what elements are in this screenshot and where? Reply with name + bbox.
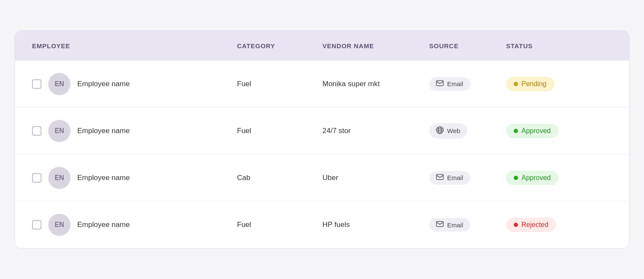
vendor-name-cell: Uber [322, 174, 429, 182]
source-label: Email [447, 221, 463, 229]
status-label: Rejected [521, 221, 548, 229]
source-cell: Email [429, 171, 506, 185]
status-dot [514, 82, 518, 86]
status-badge: Rejected [506, 218, 556, 232]
table-row: EN Employee name Fuel Monika super mkt E… [15, 61, 629, 108]
status-cell: Approved [506, 124, 591, 138]
col-employee: EMPLOYEE [32, 42, 237, 49]
row-checkbox[interactable] [32, 79, 41, 89]
status-dot [514, 176, 518, 180]
status-label: Approved [521, 174, 551, 182]
source-cell: Web [429, 123, 506, 139]
avatar: EN [48, 120, 70, 142]
table-row: EN Employee name Fuel 24/7 stor Web Appr… [15, 108, 629, 154]
status-label: Pending [521, 80, 547, 88]
row-checkbox[interactable] [32, 173, 41, 183]
source-badge: Email [429, 171, 470, 185]
source-cell: Email [429, 218, 506, 232]
source-badge: Web [429, 123, 467, 139]
svg-rect-6 [436, 174, 443, 180]
avatar: EN [48, 73, 70, 95]
status-badge: Approved [506, 171, 559, 185]
email-icon [436, 80, 444, 88]
col-status: STATUS [506, 42, 591, 49]
vendor-name-cell: HP fuels [322, 221, 429, 229]
employee-cell: EN Employee name [32, 167, 237, 189]
source-badge: Email [429, 218, 470, 232]
employee-cell: EN Employee name [32, 214, 237, 236]
table-row: EN Employee name Fuel HP fuels Email Rej… [15, 201, 629, 248]
source-label: Email [447, 174, 463, 181]
employee-cell: EN Employee name [32, 73, 237, 95]
status-badge: Pending [506, 77, 554, 91]
source-badge: Email [429, 77, 470, 91]
status-label: Approved [521, 127, 551, 135]
status-cell: Pending [506, 77, 591, 91]
source-cell: Email [429, 77, 506, 91]
avatar: EN [48, 167, 70, 189]
avatar: EN [48, 214, 70, 236]
row-checkbox[interactable] [32, 126, 41, 136]
source-label: Web [447, 127, 460, 134]
vendor-name-cell: Monika super mkt [322, 80, 429, 88]
employee-name: Employee name [77, 80, 130, 88]
employee-name: Employee name [77, 174, 130, 182]
email-icon [436, 174, 444, 182]
employee-name: Employee name [77, 221, 130, 229]
status-cell: Rejected [506, 218, 591, 232]
col-vendor: VENDOR NAME [322, 42, 429, 49]
status-dot [514, 223, 518, 227]
category-cell: Fuel [237, 80, 322, 88]
employee-cell: EN Employee name [32, 120, 237, 142]
vendor-name-cell: 24/7 stor [322, 127, 429, 135]
status-dot [514, 129, 518, 133]
category-cell: Cab [237, 174, 322, 182]
email-icon [436, 221, 444, 229]
category-cell: Fuel [237, 127, 322, 135]
status-badge: Approved [506, 124, 559, 138]
svg-rect-7 [436, 221, 443, 227]
col-category: CATEGORY [237, 42, 322, 49]
col-source: SOURCE [429, 42, 506, 49]
source-label: Email [447, 80, 463, 87]
web-icon [436, 126, 444, 136]
table-row: EN Employee name Cab Uber Email Approved [15, 154, 629, 201]
svg-rect-0 [436, 81, 443, 86]
employee-name: Employee name [77, 127, 130, 135]
category-cell: Fuel [237, 221, 322, 229]
status-cell: Approved [506, 171, 591, 185]
expense-table: EMPLOYEE CATEGORY VENDOR NAME SOURCE STA… [15, 30, 629, 249]
table-body: EN Employee name Fuel Monika super mkt E… [15, 61, 629, 248]
table-header: EMPLOYEE CATEGORY VENDOR NAME SOURCE STA… [15, 31, 629, 61]
row-checkbox[interactable] [32, 220, 41, 230]
